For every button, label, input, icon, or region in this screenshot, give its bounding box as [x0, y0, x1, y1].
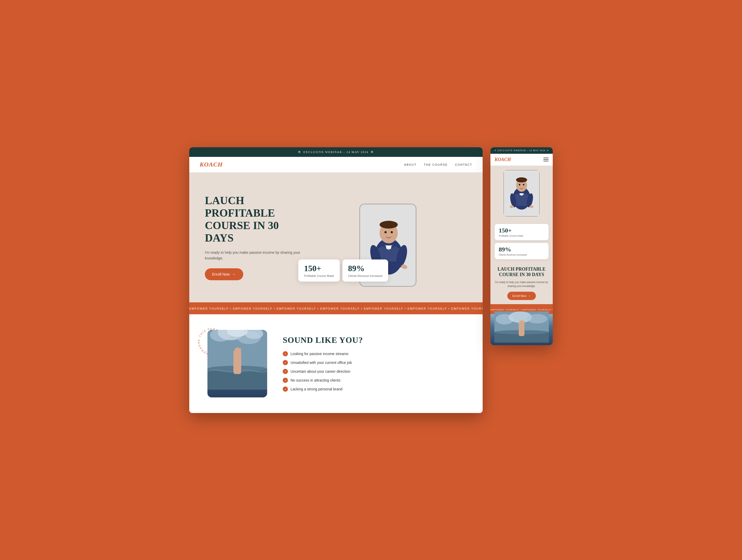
svg-rect-29 — [239, 348, 241, 353]
nav-link-course[interactable]: THE COURSE — [424, 163, 448, 166]
checklist: ✓ Looking for passive income streams ✓ U… — [283, 351, 472, 392]
nav-item-about[interactable]: ABOUT — [404, 162, 417, 167]
nav-item-course[interactable]: THE COURSE — [424, 162, 448, 167]
mobile-nav: KOACH — [490, 154, 553, 166]
check-icon: ✓ — [283, 387, 288, 392]
enroll-now-button[interactable]: Enroll Now → — [205, 268, 243, 280]
hero-subtitle: I'm ready to help you make passive incom… — [205, 250, 304, 261]
outer-wrapper: ✳ Exclusive Webinar – 24 May 2024 ✳ KOAC… — [189, 147, 553, 413]
sound-image-area: ✳ THIS PERSON HELP ✳ THIS PERSON HELP — [200, 330, 267, 397]
mobile-stat-card-1: 150+ Profitable Course Made — [494, 224, 548, 240]
mobile-enroll-label: Enroll Now — [513, 294, 526, 297]
hand-water-illustration — [207, 330, 267, 390]
star-icon-right: ✳ — [370, 150, 374, 154]
mobile-person-illustration — [504, 170, 539, 217]
ticker-text: EMPOWER YOURSELF • EMPOWER YOURSELF • EM… — [189, 307, 483, 310]
list-item-text: Looking for passive income streams — [290, 352, 349, 356]
list-item: ✓ No success in attracting clients — [283, 378, 472, 383]
ticker-bar: EMPOWER YOURSELF • EMPOWER YOURSELF • EM… — [189, 302, 483, 314]
mobile-person-img — [504, 170, 540, 217]
svg-rect-27 — [235, 348, 237, 353]
svg-point-47 — [527, 314, 547, 323]
logo: KOACH — [200, 161, 223, 168]
announcement-text: Exclusive Webinar – 24 May 2024 — [304, 150, 369, 154]
nav-item-contact[interactable]: CONTACT — [455, 162, 472, 167]
mobile-logo: KOACH — [494, 157, 511, 162]
mobile-star-right: ✳ — [547, 149, 549, 152]
announcement-bar: ✳ Exclusive Webinar – 24 May 2024 ✳ — [189, 147, 483, 157]
hero-image-area: 150+ Profitable Course Made 89% Clients … — [304, 188, 472, 287]
hamburger-line-1 — [543, 158, 548, 158]
stats-cards: 150+ Profitable Course Made 89% Clients … — [298, 259, 388, 282]
svg-rect-28 — [237, 347, 239, 353]
check-icon: ✓ — [283, 351, 288, 356]
enroll-now-label: Enroll Now — [212, 272, 230, 276]
desktop-browser: ✳ Exclusive Webinar – 24 May 2024 ✳ KOAC… — [189, 147, 483, 413]
stat1-label: Profitable Course Made — [304, 274, 334, 277]
hero-text: LAUCH PROFITABLE COURSE IN 30 DAYS I'm r… — [205, 194, 304, 281]
sound-content: SOUND LIKE YOU? ✓ Looking for passive in… — [283, 335, 472, 392]
hero-title: LAUCH PROFITABLE COURSE IN 30 DAYS — [205, 194, 304, 244]
svg-point-37 — [523, 184, 524, 186]
sound-image — [207, 330, 267, 397]
svg-rect-53 — [521, 320, 523, 324]
hamburger-line-2 — [543, 159, 548, 160]
list-item: ✓ Uncertain about your career direction — [283, 369, 472, 374]
list-item: ✓ Lacking a strong personal brand — [283, 387, 472, 392]
mobile-browser: ✳ Exclusive Webinar – 24 May 2024 ✳ KOAC… — [490, 147, 553, 345]
svg-rect-52 — [520, 321, 521, 324]
mobile-stat2-label: Clients Revenue Increased — [499, 254, 544, 256]
stat2-label: Clients Revenue Increased — [348, 274, 382, 277]
hamburger-line-3 — [543, 161, 548, 161]
stat1-number: 150+ — [304, 264, 334, 273]
hero-section: LAUCH PROFITABLE COURSE IN 30 DAYS I'm r… — [189, 172, 483, 302]
check-icon: ✓ — [283, 369, 288, 374]
mobile-stats: 150+ Profitable Course Made 89% Clients … — [490, 221, 553, 262]
svg-point-36 — [519, 184, 520, 186]
mobile-stat2-number: 89% — [499, 246, 544, 253]
mobile-arrow-icon: → — [528, 294, 531, 297]
mobile-announcement-text: Exclusive Webinar – 24 May 2024 — [498, 149, 545, 152]
list-item-text: No success in attracting clients — [290, 378, 340, 383]
list-item-text: Lacking a strong personal brand — [290, 387, 342, 391]
mobile-stat1-label: Profitable Course Made — [499, 235, 544, 237]
nav-bar: KOACH ABOUT THE COURSE CONTACT — [189, 157, 483, 172]
svg-point-6 — [384, 231, 386, 233]
svg-rect-54 — [523, 321, 524, 324]
stat-card-2: 89% Clients Revenue Increased — [342, 259, 388, 282]
list-item: ✓ Unsatisfied with your current office j… — [283, 360, 472, 365]
nav-link-contact[interactable]: CONTACT — [455, 163, 472, 166]
check-icon: ✓ — [283, 378, 288, 383]
mobile-stat-card-2: 89% Clients Revenue Increased — [494, 243, 548, 259]
svg-point-35 — [516, 177, 527, 182]
mobile-sound-image — [490, 314, 553, 345]
mobile-star-left: ✳ — [494, 149, 497, 152]
mobile-hero-title: LAUCH PROFITABLE COURSE IN 30 DAYS — [494, 266, 548, 278]
nav-link-about[interactable]: ABOUT — [404, 163, 417, 166]
list-item: ✓ Looking for passive income streams — [283, 351, 472, 356]
list-item-text: Uncertain about your career direction — [290, 369, 350, 373]
mobile-hand-water — [494, 311, 549, 343]
stat2-number: 89% — [348, 264, 382, 273]
svg-point-7 — [391, 231, 393, 233]
sound-section: ✳ THIS PERSON HELP ✳ THIS PERSON HELP — [189, 314, 483, 413]
star-icon-left: ✳ — [298, 150, 302, 154]
mobile-announcement-bar: ✳ Exclusive Webinar – 24 May 2024 ✳ — [490, 147, 553, 154]
mobile-hero-text: LAUCH PROFITABLE COURSE IN 30 DAYS I'm r… — [490, 262, 553, 304]
mobile-person-card-area — [490, 166, 553, 221]
list-item-text: Unsatisfied with your current office job — [290, 360, 352, 365]
svg-rect-25 — [233, 353, 241, 374]
mobile-hero-subtitle: I'm ready to help you make passive incom… — [494, 280, 548, 288]
sound-title: SOUND LIKE YOU? — [283, 335, 472, 345]
mobile-ticker-text: EMPOWER YOURSELF • EMPOWER YOURSELF • — [490, 309, 553, 311]
svg-point-5 — [380, 221, 398, 228]
nav-links: ABOUT THE COURSE CONTACT — [404, 162, 472, 167]
mobile-stat1-number: 150+ — [499, 227, 544, 234]
mobile-enroll-now-button[interactable]: Enroll Now → — [507, 292, 536, 300]
check-icon: ✓ — [283, 360, 288, 365]
stat-card-1: 150+ Profitable Course Made — [298, 259, 340, 282]
arrow-icon: → — [232, 272, 236, 276]
hamburger-menu[interactable] — [543, 158, 548, 161]
